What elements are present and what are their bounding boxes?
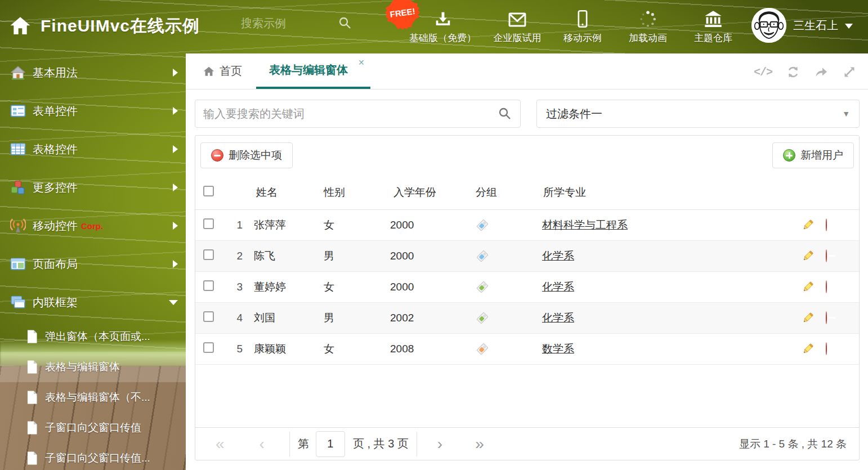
major-link[interactable]: 化学系: [542, 281, 574, 293]
header-nav: 基础版（免费） 企业版试用 移动示例: [409, 6, 737, 44]
expand-icon[interactable]: [842, 65, 857, 79]
delete-row-button[interactable]: [826, 281, 827, 293]
cell-year: 2000: [390, 281, 414, 293]
sidebar-item-more-controls[interactable]: 更多控件: [0, 168, 186, 207]
chevron-right-icon: [173, 107, 178, 115]
prev-page-button[interactable]: ‹: [259, 436, 265, 452]
header-search-input[interactable]: [241, 17, 331, 30]
major-link[interactable]: 数学系: [542, 343, 574, 355]
column-header-year[interactable]: 入学年份: [393, 185, 436, 200]
sidebar-item-page-layout[interactable]: 页面布局: [0, 245, 186, 283]
row-checkbox[interactable]: [203, 280, 214, 291]
page-number-input[interactable]: [316, 431, 345, 457]
sidebar-item-basic-usage[interactable]: 基本用法: [0, 53, 186, 92]
nav-item-basic-edition[interactable]: 基础版（免费）: [409, 6, 476, 44]
delete-row-button[interactable]: [826, 343, 827, 355]
edit-button[interactable]: [801, 280, 815, 294]
delete-row-button[interactable]: [826, 312, 827, 324]
last-page-button[interactable]: »: [475, 436, 484, 452]
tab-grid-edit-window[interactable]: 表格与编辑窗体: [269, 62, 348, 78]
table-header: 姓名 性别 入学年份 分组 所学专业: [195, 175, 859, 210]
major-link[interactable]: 材料科学与工程系: [542, 219, 628, 231]
sidebar-item-iframe[interactable]: 内联框架: [0, 283, 186, 321]
column-header-group[interactable]: 分组: [476, 185, 497, 200]
tab-home[interactable]: 首页: [203, 64, 242, 79]
button-label: 删除选中项: [229, 148, 282, 163]
add-user-button[interactable]: 新增用户: [772, 142, 854, 168]
page-suffix-label: 页 , 共 3 页: [353, 436, 409, 451]
next-page-button[interactable]: ›: [437, 436, 442, 452]
edit-button[interactable]: [801, 249, 815, 263]
cell-name: 刘国: [254, 311, 275, 325]
sidebar-item-label: 表单控件: [33, 104, 78, 119]
nav-item-loading-animation[interactable]: 加载动画: [624, 6, 672, 44]
close-icon[interactable]: ✕: [358, 58, 365, 67]
nav-label: 企业版试用: [494, 32, 542, 44]
nav-item-mobile-demo[interactable]: 移动示例: [558, 6, 607, 44]
sidebar-item-label: 页面布局: [33, 257, 78, 272]
button-label: 新增用户: [800, 148, 843, 163]
cubes-icon: [10, 180, 26, 195]
share-icon[interactable]: [814, 65, 829, 79]
column-header-gender[interactable]: 性别: [324, 185, 345, 200]
sidebar-subitem-child-to-parent-2[interactable]: 子窗口向父窗口传值...: [0, 443, 186, 470]
row-number: 1: [220, 219, 243, 231]
cell-gender: 女: [324, 218, 334, 232]
row-checkbox[interactable]: [203, 342, 214, 353]
home-color-icon: [10, 65, 26, 80]
sidebar-subitem-child-to-parent[interactable]: 子窗口向父窗口传值: [0, 413, 186, 443]
header-search-field[interactable]: [241, 17, 331, 30]
user-name: 三生石上: [793, 18, 838, 33]
row-checkbox[interactable]: [203, 249, 214, 260]
nav-item-enterprise-trial[interactable]: 企业版试用: [493, 6, 542, 44]
select-all-checkbox[interactable]: [203, 186, 214, 196]
page-icon: [26, 390, 38, 405]
home-icon[interactable]: [9, 15, 32, 37]
nav-item-theme-repo[interactable]: 主题仓库: [689, 6, 737, 44]
sidebar-item-grid-controls[interactable]: 表格控件: [0, 130, 186, 168]
row-checkbox[interactable]: [203, 311, 214, 322]
row-checkbox[interactable]: [203, 218, 214, 229]
pagination-bar: « ‹ 第 页 , 共 3 页 › » 显示 1 - 5 条 , 共 12 条: [195, 427, 859, 460]
search-icon[interactable]: [498, 106, 512, 121]
delete-row-button[interactable]: [826, 250, 827, 262]
divider: [289, 432, 290, 456]
tag-icon: [476, 249, 489, 263]
sidebar-subitem-label: 弹出窗体（本页面或...: [45, 329, 150, 344]
column-header-name[interactable]: 姓名: [256, 185, 278, 200]
sidebar-subitem-grid-edit-window-2[interactable]: 表格与编辑窗体（不...: [0, 382, 186, 413]
table-row: 4 刘国 男 2002 化学系: [195, 303, 859, 334]
refresh-icon[interactable]: [786, 65, 800, 79]
source-code-icon[interactable]: </>: [754, 66, 772, 79]
edit-button[interactable]: [801, 342, 815, 356]
delete-selected-button[interactable]: 删除选中项: [200, 142, 293, 168]
sidebar-subitem-popup-window[interactable]: 弹出窗体（本页面或...: [0, 321, 186, 352]
search-icon[interactable]: [338, 16, 352, 30]
delete-row-button[interactable]: [826, 219, 827, 231]
keyword-search-input[interactable]: [195, 108, 498, 120]
nav-label: 移动示例: [563, 32, 602, 44]
edit-button[interactable]: [801, 311, 815, 325]
sidebar-item-mobile-controls[interactable]: 移动控件 Corp.: [0, 207, 186, 245]
sidebar-subitem-label: 表格与编辑窗体: [45, 360, 120, 374]
table-body: 1 张萍萍 女 2000 材料科学与工程系: [195, 210, 859, 365]
page-icon: [26, 451, 38, 465]
page-icon: [26, 329, 38, 344]
major-link[interactable]: 化学系: [542, 312, 574, 324]
sidebar-subitem-grid-edit-window[interactable]: 表格与编辑窗体: [0, 352, 186, 382]
filter-dropdown[interactable]: 过滤条件一 ▼: [536, 100, 860, 128]
stacked-windows-icon: [10, 294, 26, 310]
table-row: 3 董婷婷 女 2000 化学系: [195, 272, 859, 303]
first-page-button[interactable]: «: [216, 436, 225, 452]
column-header-major[interactable]: 所学专业: [543, 185, 586, 200]
major-link[interactable]: 化学系: [542, 250, 574, 262]
sidebar-item-form-controls[interactable]: 表单控件: [0, 92, 186, 130]
cell-name: 陈飞: [254, 249, 275, 263]
row-number: 4: [220, 312, 243, 324]
tab-strip: 首页 表格与编辑窗体 ✕ </>: [186, 53, 868, 89]
edit-button[interactable]: [801, 218, 815, 232]
chevron-right-icon: [173, 260, 178, 268]
home-icon: [203, 65, 215, 78]
page-icon: [26, 420, 38, 435]
user-menu[interactable]: 三生石上: [751, 8, 853, 43]
